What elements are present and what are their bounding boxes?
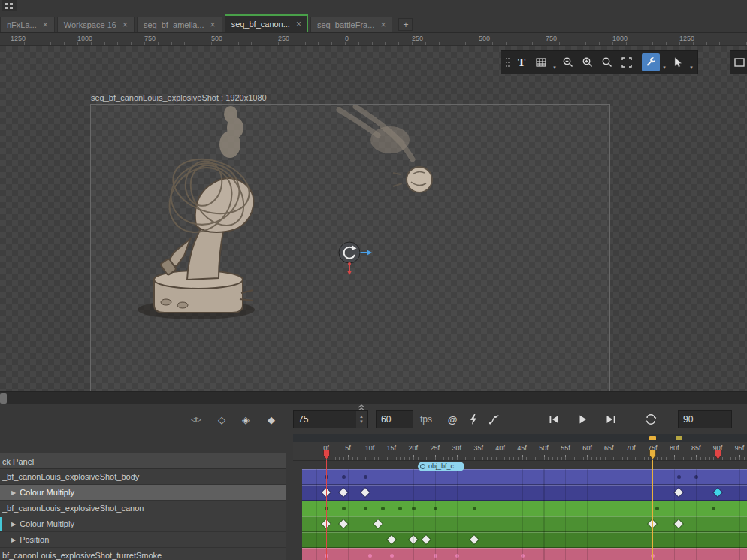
scrollbar-thumb[interactable]: [0, 393, 7, 404]
keyframe-diamond[interactable]: [409, 535, 417, 543]
keyframe-dot[interactable]: [712, 507, 715, 510]
floating-toolbar: T▾▾▾: [501, 50, 698, 74]
tab-3[interactable]: seq_bf_canon...×: [225, 14, 308, 32]
keyframe-dot[interactable]: [325, 475, 328, 479]
playhead-pin[interactable]: [715, 450, 721, 463]
tab-2[interactable]: seq_bf_amelia...×: [137, 17, 222, 32]
keyframe-dot[interactable]: [342, 475, 346, 479]
frame-tick: [348, 455, 349, 460]
frame-label: 35f: [473, 444, 483, 452]
select-tool-button[interactable]: [669, 53, 687, 71]
track-row-1[interactable]: ▶Colour Multiply: [0, 485, 286, 501]
wrench-tool-button[interactable]: [642, 53, 660, 71]
panel-toggle-button[interactable]: [730, 50, 747, 74]
frame-tick: [479, 455, 479, 460]
tab-4[interactable]: seq_battleFra...×: [310, 17, 392, 32]
tab-close-icon[interactable]: ×: [122, 20, 128, 29]
keyframe-dot[interactable]: [364, 475, 367, 479]
track-row-4[interactable]: ▶Position: [0, 532, 286, 548]
dropdown-arrow-icon[interactable]: ▾: [688, 53, 694, 73]
track-row-3[interactable]: ▶Colour Multiply: [0, 516, 286, 532]
frame-label: 80f: [670, 444, 679, 452]
track-bar-5[interactable]: [302, 548, 747, 560]
keyframe-dot[interactable]: [412, 507, 416, 510]
tab-0[interactable]: nFxLa...×: [0, 17, 55, 32]
keyframe-dot[interactable]: [434, 507, 437, 510]
keyframe-dot[interactable]: [677, 475, 681, 479]
track-bar-3[interactable]: [302, 516, 747, 532]
keyframe-diamond[interactable]: [649, 519, 657, 528]
canvas-scrollbar[interactable]: [0, 391, 747, 405]
keyframe-dot[interactable]: [521, 554, 525, 558]
ruler-label: 1250: [679, 35, 694, 42]
tab-close-icon[interactable]: ×: [210, 20, 216, 29]
playhead-pin[interactable]: [649, 450, 656, 463]
grid-tool-button[interactable]: [532, 53, 550, 71]
keyframe-dot[interactable]: [342, 507, 346, 510]
ruler-label: 1000: [77, 35, 92, 42]
track-bar-2[interactable]: [302, 501, 747, 516]
tab-1[interactable]: Workspace 16×: [57, 17, 135, 32]
tab-close-icon[interactable]: ×: [296, 20, 301, 29]
keyframe-diamond[interactable]: [361, 488, 369, 496]
grid-glyph-icon: [5, 2, 14, 10]
expand-arrow-icon[interactable]: ▶: [11, 537, 16, 543]
keyframe-dot[interactable]: [390, 554, 394, 558]
expand-arrow-icon[interactable]: ▶: [11, 489, 16, 496]
dropdown-arrow-icon[interactable]: ▾: [552, 53, 558, 73]
tab-close-icon[interactable]: ×: [43, 20, 48, 29]
keyframe-dot[interactable]: [381, 507, 385, 510]
track-row-0[interactable]: _bf_canonLouis_explosiveShot_body: [0, 469, 286, 485]
horizontal-ruler: 12501000750500250025050075010001250: [0, 33, 747, 46]
keyframe-dot[interactable]: [364, 507, 367, 510]
ruler-label: 500: [479, 35, 490, 42]
keyframe-dot[interactable]: [455, 554, 459, 558]
tab-label: nFxLa...: [7, 20, 37, 29]
keyframe-dot[interactable]: [434, 554, 437, 558]
zoom-out-tool-button[interactable]: [559, 53, 577, 71]
viewport[interactable]: seq_bf_canonLouis_explosiveShot : 1920x1…: [0, 46, 747, 391]
zoom-in-tool-button[interactable]: [579, 53, 597, 71]
expand-arrow-icon[interactable]: ▶: [11, 521, 16, 528]
keyframe-diamond[interactable]: [374, 519, 383, 528]
tab-close-icon[interactable]: ×: [380, 20, 386, 29]
track-row-2[interactable]: _bf_canonLouis_explosiveShot_canon: [0, 501, 286, 516]
playhead-pin[interactable]: [323, 450, 330, 463]
keyframe-diamond[interactable]: [470, 535, 478, 543]
keyframe-dot[interactable]: [473, 507, 476, 510]
frame-ruler[interactable]: 0f5f10f15f20f25f30f35f40f45f50f55f60f65f…: [293, 442, 747, 461]
keyframe-diamond[interactable]: [339, 519, 347, 528]
object-tag[interactable]: obj_bf_c...: [418, 462, 464, 471]
dropdown-arrow-icon[interactable]: ▾: [661, 53, 667, 73]
keyframe-dot[interactable]: [325, 507, 328, 510]
keyframe-diamond[interactable]: [339, 488, 347, 496]
keyframe-dot[interactable]: [398, 507, 402, 510]
fullscreen-tool-button[interactable]: [618, 53, 636, 71]
zoom-fit-tool-button[interactable]: [598, 53, 616, 71]
keyframe-diamond[interactable]: [322, 488, 330, 496]
keyframe-diamond[interactable]: [674, 519, 682, 528]
keyframe-diamond[interactable]: [322, 519, 330, 528]
keyframe-dot[interactable]: [368, 554, 372, 558]
track-row-5[interactable]: bf_canonLouis_explosiveShot_turretSmoke: [0, 548, 286, 560]
ruler-label: 1250: [11, 35, 26, 42]
track-bar-1[interactable]: [302, 485, 747, 501]
keyframe-diamond[interactable]: [422, 535, 430, 543]
toolbar-handle-icon[interactable]: [504, 53, 511, 71]
add-tab-button[interactable]: +: [398, 18, 413, 31]
keyframe-dot[interactable]: [694, 475, 698, 479]
text-tool-button[interactable]: T: [513, 53, 531, 71]
keyframe-dot[interactable]: [651, 554, 655, 558]
apps-menu-icon[interactable]: [2, 0, 17, 11]
keyframe-diamond[interactable]: [387, 535, 395, 543]
keyframe-diamond[interactable]: [674, 488, 682, 496]
frame-tick: [565, 455, 566, 460]
keyframe-diamond-selected[interactable]: [713, 488, 721, 496]
track-label: Position: [20, 535, 49, 544]
keyframe-dot[interactable]: [655, 507, 659, 510]
keyframe-dot[interactable]: [325, 554, 328, 558]
track-bar-0[interactable]: [302, 469, 747, 485]
frame-label: 50f: [539, 444, 549, 452]
transform-gizmo[interactable]: [325, 229, 374, 277]
track-bar-4[interactable]: [302, 532, 747, 548]
